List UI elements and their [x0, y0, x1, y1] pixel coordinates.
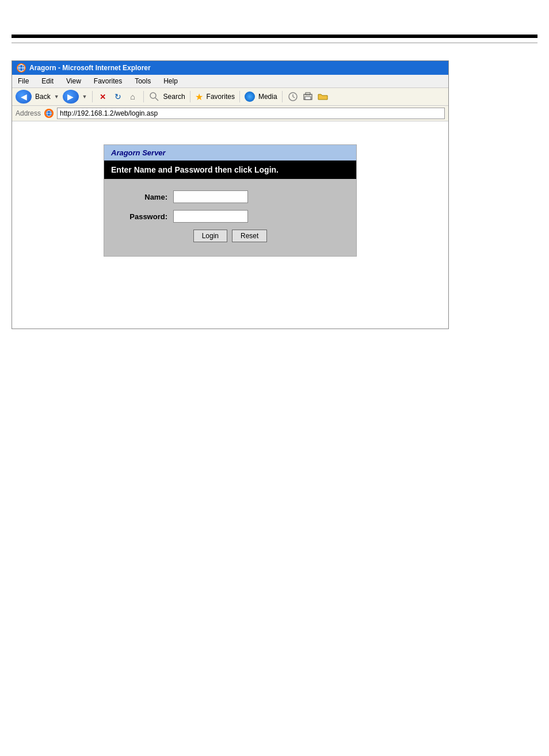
address-input[interactable] [57, 108, 445, 119]
title-bar: Aragorn - Microsoft Internet Explorer [12, 61, 448, 75]
back-dropdown-arrow[interactable]: ▼ [54, 94, 59, 100]
svg-line-4 [155, 98, 158, 101]
password-label: Password: [121, 212, 167, 221]
browser-window: Aragorn - Microsoft Internet Explorer Fi… [12, 60, 449, 329]
name-label: Name: [121, 193, 167, 201]
menu-view[interactable]: View [64, 76, 83, 86]
svg-point-3 [150, 93, 156, 98]
refresh-button[interactable]: ↻ [112, 91, 124, 102]
forward-dropdown-arrow[interactable]: ▼ [82, 94, 87, 100]
media-label[interactable]: Media [258, 93, 277, 101]
login-button[interactable]: Login [193, 230, 227, 242]
toolbar-separator-5 [282, 91, 283, 102]
toolbar-separator-2 [143, 91, 144, 102]
print-icon[interactable] [302, 91, 314, 102]
address-label: Address [16, 109, 41, 117]
name-input[interactable] [173, 190, 248, 203]
password-input[interactable] [173, 210, 248, 223]
media-icon [245, 91, 255, 102]
server-label: Aragorn Server [104, 145, 356, 161]
browser-title: Aragorn - Microsoft Internet Explorer [29, 64, 151, 72]
menu-edit[interactable]: Edit [39, 76, 56, 86]
favorites-label[interactable]: Favorites [207, 93, 235, 101]
toolbar-separator-1 [92, 91, 93, 102]
top-bar [12, 35, 537, 38]
login-header: Enter Name and Password then click Login… [104, 161, 356, 179]
forward-button[interactable]: ▶ [63, 90, 79, 104]
address-bar: Address [12, 106, 448, 121]
toolbar: ◀ Back ▼ ▶ ▼ ✕ ↻ ⌂ Search ★ Favorites Me… [12, 88, 448, 106]
separator-line [12, 43, 537, 43]
folder-icon[interactable] [317, 91, 329, 102]
back-button[interactable]: ◀ [16, 90, 32, 104]
menu-tools[interactable]: Tools [132, 76, 153, 86]
login-form-area: Name: Password: Login Reset [104, 179, 356, 256]
page-icon [44, 109, 54, 118]
menu-file[interactable]: File [16, 76, 31, 86]
home-button[interactable]: ⌂ [127, 91, 139, 102]
menu-favorites[interactable]: Favorites [92, 76, 124, 86]
menu-bar: File Edit View Favorites Tools Help [12, 75, 448, 88]
stop-button[interactable]: ✕ [97, 91, 109, 102]
ie-icon [17, 63, 26, 72]
toolbar-separator-4 [239, 91, 240, 102]
form-buttons: Login Reset [121, 230, 339, 242]
menu-help[interactable]: Help [161, 76, 180, 86]
back-label: Back [35, 93, 51, 101]
favorites-icon: ★ [195, 91, 203, 102]
search-icon [148, 91, 160, 102]
toolbar-separator-3 [190, 91, 190, 102]
password-row: Password: [121, 210, 339, 223]
reset-button[interactable]: Reset [232, 230, 267, 242]
svg-line-7 [293, 97, 295, 98]
svg-rect-9 [305, 97, 311, 100]
login-box: Aragorn Server Enter Name and Password t… [104, 144, 357, 257]
name-row: Name: [121, 190, 339, 203]
history-icon[interactable] [287, 91, 299, 102]
search-label[interactable]: Search [163, 93, 185, 101]
browser-content: Aragorn Server Enter Name and Password t… [12, 121, 448, 329]
